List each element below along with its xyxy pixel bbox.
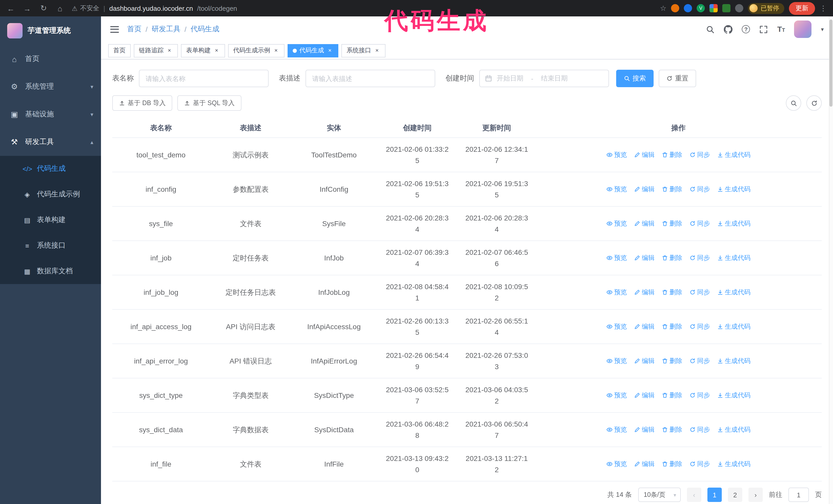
preview-link[interactable]: 预览 [606,218,627,229]
edit-link[interactable]: 编辑 [634,184,654,195]
edit-link[interactable]: 编辑 [634,458,654,470]
font-size-icon[interactable]: TT [777,25,785,34]
edit-link[interactable]: 编辑 [634,355,654,367]
preview-link[interactable]: 预览 [606,252,627,264]
edit-link[interactable]: 编辑 [634,218,654,229]
tab-home[interactable]: 首页 [108,44,131,57]
extension-icon[interactable] [722,4,731,12]
delete-link[interactable]: 删除 [662,252,682,264]
generate-code-link[interactable]: 生成代码 [717,321,751,332]
close-icon[interactable]: × [213,47,220,54]
github-icon[interactable] [724,25,733,33]
delete-link[interactable]: 删除 [662,218,682,229]
sidebar-item-home[interactable]: ⌂ 首页 [0,45,101,73]
import-sql-button[interactable]: 基于 SQL 导入 [177,95,241,111]
page-button-1[interactable]: 1 [708,487,722,502]
sidebar-item-system-api[interactable]: ≡ 系统接口 [0,233,101,258]
delete-link[interactable]: 删除 [662,458,682,470]
forward-icon[interactable]: → [23,4,32,13]
tab-codegen[interactable]: 代码生成× [288,44,338,57]
import-db-button[interactable]: 基于 DB 导入 [112,95,172,111]
close-icon[interactable]: × [166,47,173,54]
chevron-down-icon[interactable]: ▾ [821,26,824,32]
profile-paused-badge[interactable]: 已暂停 [748,3,784,14]
sidebar-item-form-builder[interactable]: ▤ 表单构建 [0,207,101,233]
edit-link[interactable]: 编辑 [634,390,654,401]
generate-code-link[interactable]: 生成代码 [717,218,751,229]
breadcrumb-devtools[interactable]: 研发工具 [152,25,181,34]
search-button[interactable]: 搜索 [616,70,653,87]
generate-code-link[interactable]: 生成代码 [717,149,751,161]
back-icon[interactable]: ← [6,4,15,13]
preview-link[interactable]: 预览 [606,458,627,470]
delete-link[interactable]: 删除 [662,287,682,298]
delete-link[interactable]: 删除 [662,149,682,161]
preview-link[interactable]: 预览 [606,287,627,298]
browser-menu-icon[interactable]: ⋮ [820,4,827,12]
extension-puzzle-icon[interactable] [735,4,743,12]
sync-link[interactable]: 同步 [689,184,710,195]
generate-code-link[interactable]: 生成代码 [717,390,751,401]
breadcrumb-home[interactable]: 首页 [127,25,142,34]
generate-code-link[interactable]: 生成代码 [717,424,751,435]
app-logo[interactable]: 芋道管理系统 [0,17,101,45]
page-button-2[interactable]: 2 [728,487,742,502]
sync-link[interactable]: 同步 [689,458,710,470]
refresh-table-button[interactable] [806,95,822,111]
tab-system-api[interactable]: 系统接口× [341,44,385,57]
preview-link[interactable]: 预览 [606,184,627,195]
edit-link[interactable]: 编辑 [634,321,654,332]
sidebar-item-codegen[interactable]: </> 代码生成 [0,156,101,182]
bookmark-star-icon[interactable]: ☆ [660,4,666,12]
fullscreen-icon[interactable] [759,25,768,33]
extension-icon[interactable] [671,4,679,12]
delete-link[interactable]: 删除 [662,184,682,195]
search-icon[interactable] [706,25,715,33]
sync-link[interactable]: 同步 [689,321,710,332]
preview-link[interactable]: 预览 [606,424,627,435]
goto-page-input[interactable] [788,487,809,502]
extension-icon[interactable]: V [697,4,705,12]
sync-link[interactable]: 同步 [689,149,710,161]
reset-button[interactable]: 重置 [659,70,696,87]
sidebar-item-devtools[interactable]: ⚒ 研发工具 ▴ [0,128,101,156]
delete-link[interactable]: 删除 [662,321,682,332]
sync-link[interactable]: 同步 [689,218,710,229]
chrome-update-button[interactable]: 更新 [789,2,815,15]
date-range-picker[interactable]: 开始日期 - 结束日期 [479,70,609,87]
next-page-button[interactable]: › [748,487,763,502]
extension-icon[interactable] [710,4,718,12]
preview-link[interactable]: 预览 [606,321,627,332]
delete-link[interactable]: 删除 [662,390,682,401]
edit-link[interactable]: 编辑 [634,424,654,435]
delete-link[interactable]: 删除 [662,424,682,435]
generate-code-link[interactable]: 生成代码 [717,287,751,298]
sync-link[interactable]: 同步 [689,287,710,298]
home-icon[interactable]: ⌂ [55,4,65,13]
scrollbar[interactable] [829,17,833,504]
prev-page-button[interactable]: ‹ [687,487,701,502]
toggle-search-button[interactable] [786,95,801,111]
preview-link[interactable]: 预览 [606,355,627,367]
generate-code-link[interactable]: 生成代码 [717,252,751,264]
tab-codegen-example[interactable]: 代码生成示例× [228,44,285,57]
preview-link[interactable]: 预览 [606,149,627,161]
address-bar[interactable]: ⚠不安全 | dashboard.yudao.iocoder.cn/tool/c… [72,4,655,13]
generate-code-link[interactable]: 生成代码 [717,458,751,470]
extension-icon[interactable] [684,4,692,12]
page-size-select[interactable]: 10条/页 ▾ [638,487,681,502]
refresh-icon[interactable]: ↻ [39,4,48,13]
help-icon[interactable]: ? [742,25,750,33]
tab-form-builder[interactable]: 表单构建× [181,44,225,57]
sidebar-item-codegen-example[interactable]: ◈ 代码生成示例 [0,182,101,207]
edit-link[interactable]: 编辑 [634,252,654,264]
sync-link[interactable]: 同步 [689,355,710,367]
close-icon[interactable]: × [273,47,279,54]
sync-link[interactable]: 同步 [689,424,710,435]
generate-code-link[interactable]: 生成代码 [717,184,751,195]
sidebar-item-db-docs[interactable]: ▦ 数据库文档 [0,258,101,284]
security-warning[interactable]: ⚠不安全 [72,4,99,13]
sidebar-item-system[interactable]: ⚙ 系统管理 ▾ [0,73,101,100]
scrollbar-thumb[interactable] [829,20,832,106]
sync-link[interactable]: 同步 [689,252,710,264]
